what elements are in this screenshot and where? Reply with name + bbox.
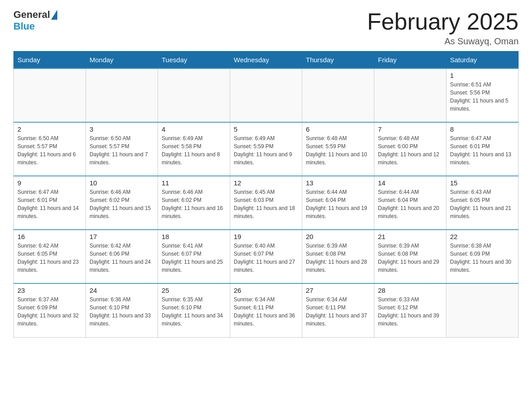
day-info: Sunrise: 6:48 AMSunset: 5:59 PMDaylight:… [306, 134, 370, 167]
day-number: 24 [90, 287, 154, 294]
table-row [302, 68, 374, 122]
day-info: Sunrise: 6:40 AMSunset: 6:07 PMDaylight:… [234, 242, 298, 274]
table-row: 1Sunrise: 6:51 AMSunset: 5:56 PMDaylight… [446, 68, 519, 122]
day-info: Sunrise: 6:46 AMSunset: 6:02 PMDaylight:… [162, 188, 226, 220]
day-number: 27 [306, 287, 370, 294]
title-section: February 2025 As Suwayq, Oman [367, 9, 519, 47]
col-saturday: Saturday [446, 51, 519, 69]
day-info: Sunrise: 6:44 AMSunset: 6:04 PMDaylight:… [378, 188, 442, 220]
day-info: Sunrise: 6:34 AMSunset: 6:11 PMDaylight:… [234, 295, 298, 328]
table-row: 17Sunrise: 6:42 AMSunset: 6:06 PMDayligh… [86, 230, 158, 283]
table-row: 23Sunrise: 6:37 AMSunset: 6:09 PMDayligh… [14, 283, 86, 337]
day-number: 9 [17, 179, 82, 187]
day-number: 10 [90, 179, 154, 187]
day-info: Sunrise: 6:45 AMSunset: 6:03 PMDaylight:… [234, 188, 298, 220]
day-number: 20 [306, 233, 370, 240]
day-info: Sunrise: 6:50 AMSunset: 5:57 PMDaylight:… [17, 134, 82, 167]
calendar-week-row: 16Sunrise: 6:42 AMSunset: 6:05 PMDayligh… [14, 230, 519, 283]
day-number: 12 [234, 179, 298, 187]
table-row: 6Sunrise: 6:48 AMSunset: 5:59 PMDaylight… [302, 122, 374, 176]
day-info: Sunrise: 6:44 AMSunset: 6:04 PMDaylight:… [306, 188, 370, 220]
table-row: 8Sunrise: 6:47 AMSunset: 6:01 PMDaylight… [446, 122, 519, 176]
day-number: 5 [234, 125, 298, 133]
day-info: Sunrise: 6:36 AMSunset: 6:10 PMDaylight:… [90, 295, 154, 328]
day-number: 11 [162, 179, 226, 187]
table-row: 14Sunrise: 6:44 AMSunset: 6:04 PMDayligh… [374, 176, 446, 230]
calendar-header-row: Sunday Monday Tuesday Wednesday Thursday… [14, 51, 519, 69]
day-number: 8 [450, 125, 515, 133]
table-row: 28Sunrise: 6:33 AMSunset: 6:12 PMDayligh… [374, 283, 446, 337]
day-number: 26 [234, 287, 298, 294]
logo-triangle-icon [51, 10, 57, 20]
table-row: 25Sunrise: 6:35 AMSunset: 6:10 PMDayligh… [158, 283, 230, 337]
day-info: Sunrise: 6:48 AMSunset: 6:00 PMDaylight:… [378, 134, 442, 167]
col-tuesday: Tuesday [158, 51, 230, 69]
calendar-table: Sunday Monday Tuesday Wednesday Thursday… [13, 51, 519, 338]
table-row: 26Sunrise: 6:34 AMSunset: 6:11 PMDayligh… [230, 283, 302, 337]
table-row: 9Sunrise: 6:47 AMSunset: 6:01 PMDaylight… [14, 176, 86, 230]
table-row: 24Sunrise: 6:36 AMSunset: 6:10 PMDayligh… [86, 283, 158, 337]
table-row: 3Sunrise: 6:50 AMSunset: 5:57 PMDaylight… [86, 122, 158, 176]
table-row: 12Sunrise: 6:45 AMSunset: 6:03 PMDayligh… [230, 176, 302, 230]
day-info: Sunrise: 6:49 AMSunset: 5:58 PMDaylight:… [162, 134, 226, 167]
day-number: 6 [306, 125, 370, 133]
day-info: Sunrise: 6:39 AMSunset: 6:08 PMDaylight:… [378, 242, 442, 274]
day-info: Sunrise: 6:34 AMSunset: 6:11 PMDaylight:… [306, 295, 370, 328]
table-row [374, 68, 446, 122]
table-row: 13Sunrise: 6:44 AMSunset: 6:04 PMDayligh… [302, 176, 374, 230]
day-number: 1 [450, 72, 515, 79]
table-row: 15Sunrise: 6:43 AMSunset: 6:05 PMDayligh… [446, 176, 519, 230]
logo: General Blue [13, 9, 57, 32]
table-row: 11Sunrise: 6:46 AMSunset: 6:02 PMDayligh… [158, 176, 230, 230]
table-row: 7Sunrise: 6:48 AMSunset: 6:00 PMDaylight… [374, 122, 446, 176]
col-friday: Friday [374, 51, 446, 69]
day-number: 14 [378, 179, 442, 187]
table-row [14, 68, 86, 122]
col-wednesday: Wednesday [230, 51, 302, 69]
table-row: 21Sunrise: 6:39 AMSunset: 6:08 PMDayligh… [374, 230, 446, 283]
day-number: 25 [162, 287, 226, 294]
day-info: Sunrise: 6:39 AMSunset: 6:08 PMDaylight:… [306, 242, 370, 274]
day-info: Sunrise: 6:50 AMSunset: 5:57 PMDaylight:… [90, 134, 154, 167]
table-row: 22Sunrise: 6:38 AMSunset: 6:09 PMDayligh… [446, 230, 519, 283]
table-row: 5Sunrise: 6:49 AMSunset: 5:59 PMDaylight… [230, 122, 302, 176]
day-number: 15 [450, 179, 515, 187]
day-info: Sunrise: 6:46 AMSunset: 6:02 PMDaylight:… [90, 188, 154, 220]
calendar-week-row: 23Sunrise: 6:37 AMSunset: 6:09 PMDayligh… [14, 283, 519, 337]
day-number: 3 [90, 125, 154, 133]
day-number: 21 [378, 233, 442, 240]
table-row [446, 283, 519, 337]
day-number: 22 [450, 233, 515, 240]
table-row: 16Sunrise: 6:42 AMSunset: 6:05 PMDayligh… [14, 230, 86, 283]
day-number: 2 [17, 125, 82, 133]
calendar-location: As Suwayq, Oman [367, 36, 519, 47]
logo-general-text: General [13, 9, 50, 21]
day-number: 16 [17, 233, 82, 240]
table-row: 27Sunrise: 6:34 AMSunset: 6:11 PMDayligh… [302, 283, 374, 337]
day-info: Sunrise: 6:37 AMSunset: 6:09 PMDaylight:… [17, 295, 82, 328]
day-number: 23 [17, 287, 82, 294]
day-info: Sunrise: 6:49 AMSunset: 5:59 PMDaylight:… [234, 134, 298, 167]
logo-blue-text: Blue [13, 21, 35, 32]
table-row: 2Sunrise: 6:50 AMSunset: 5:57 PMDaylight… [14, 122, 86, 176]
day-info: Sunrise: 6:51 AMSunset: 5:56 PMDaylight:… [450, 81, 515, 113]
day-info: Sunrise: 6:35 AMSunset: 6:10 PMDaylight:… [162, 295, 226, 328]
table-row: 4Sunrise: 6:49 AMSunset: 5:58 PMDaylight… [158, 122, 230, 176]
table-row [86, 68, 158, 122]
day-number: 28 [378, 287, 442, 294]
day-number: 17 [90, 233, 154, 240]
col-monday: Monday [86, 51, 158, 69]
calendar-week-row: 2Sunrise: 6:50 AMSunset: 5:57 PMDaylight… [14, 122, 519, 176]
table-row: 19Sunrise: 6:40 AMSunset: 6:07 PMDayligh… [230, 230, 302, 283]
day-info: Sunrise: 6:47 AMSunset: 6:01 PMDaylight:… [450, 134, 515, 167]
day-info: Sunrise: 6:42 AMSunset: 6:05 PMDaylight:… [17, 242, 82, 274]
day-info: Sunrise: 6:42 AMSunset: 6:06 PMDaylight:… [90, 242, 154, 274]
calendar-week-row: 1Sunrise: 6:51 AMSunset: 5:56 PMDaylight… [14, 68, 519, 122]
day-number: 13 [306, 179, 370, 187]
table-row [158, 68, 230, 122]
day-number: 18 [162, 233, 226, 240]
day-info: Sunrise: 6:41 AMSunset: 6:07 PMDaylight:… [162, 242, 226, 274]
day-number: 4 [162, 125, 226, 133]
page-header: General Blue February 2025 As Suwayq, Om… [13, 9, 519, 47]
calendar-title: February 2025 [367, 9, 519, 34]
